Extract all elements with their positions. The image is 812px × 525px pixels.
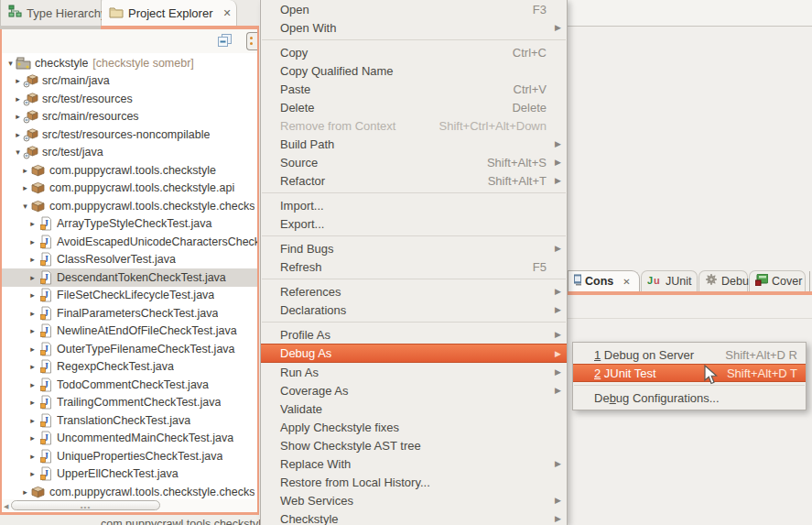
chevron-right-icon[interactable]: ▸	[20, 487, 30, 497]
menu-item-profile-as[interactable]: Profile As▶	[261, 325, 567, 344]
chevron-right-icon[interactable]: ▸	[13, 76, 23, 85]
chevron-right-icon[interactable]: ▸	[27, 219, 38, 228]
view-tab-debu[interactable]: Debu	[698, 270, 748, 291]
menu-item-apply-checkstyle-fixes[interactable]: Apply Checkstyle fixes	[261, 418, 567, 436]
menu-item-copy[interactable]: CopyCtrl+C	[261, 43, 567, 61]
chevron-right-icon[interactable]: ▸	[27, 433, 38, 443]
chevron-right-icon[interactable]: ▸	[20, 166, 30, 175]
submenu-item-2-junit-test[interactable]: 2 JUnit TestShift+Alt+D T	[573, 364, 806, 382]
menu-item-open[interactable]: OpenF3	[261, 0, 567, 18]
src-icon	[23, 73, 38, 88]
submenu-item-1-debug-on-server[interactable]: 1 Debug on ServerShift+Alt+D R	[573, 345, 806, 364]
view-tab-cover[interactable]: Cover	[749, 270, 806, 291]
tree-item[interactable]: ▸JUniquePropertiesCheckTest.java	[2, 447, 257, 465]
tree-item[interactable]: ▾src/test/java	[2, 144, 257, 162]
tree-item[interactable]: ▸com.puppycrawl.tools.checkstyle.api	[2, 180, 257, 198]
menu-item-export[interactable]: Export...	[261, 214, 567, 233]
menu-item-web-services[interactable]: Web Services▶	[261, 491, 567, 509]
chevron-right-icon[interactable]: ▸	[27, 309, 38, 318]
chevron-right-icon[interactable]: ▸	[13, 112, 23, 121]
view-tab-label: JUnit	[666, 275, 691, 288]
tree-item[interactable]: ▸JTodoCommentCheckTest.java	[2, 376, 257, 394]
menu-item-replace-with[interactable]: Replace With▶	[261, 454, 567, 473]
menu-item-find-bugs[interactable]: Find Bugs▶	[261, 239, 567, 257]
chevron-right-icon[interactable]: ▸	[27, 380, 38, 389]
tree-item[interactable]: ▸src/test/resources-noncompilable	[2, 126, 257, 144]
tree-item[interactable]: ▸JUpperEllCheckTest.java	[2, 465, 257, 484]
tree-item[interactable]: ▸JOuterTypeFilenameCheckTest.java	[2, 340, 257, 358]
menu-item-label: Source	[280, 156, 318, 170]
menu-item-label: References	[280, 285, 341, 299]
menu-item-build-path[interactable]: Build Path▶	[261, 135, 567, 153]
tree-item[interactable]: ▸JTrailingCommentCheckTest.java	[2, 394, 257, 412]
menu-item-restore-from-local-history[interactable]: Restore from Local History...	[261, 473, 567, 491]
tree-item[interactable]: ▸JArrayTypeStyleCheckTest.java	[2, 215, 257, 234]
tree-item[interactable]: ▸JRegexpCheckTest.java	[2, 358, 257, 377]
chevron-right-icon[interactable]: ▸	[27, 237, 38, 246]
menu-item-debug-as[interactable]: Debug As▶	[261, 344, 567, 363]
menu-item-copy-qualified-name[interactable]: Copy Qualified Name	[261, 61, 567, 80]
chevron-right-icon[interactable]: ▸	[27, 326, 38, 335]
chevron-right-icon[interactable]: ▸	[27, 345, 38, 354]
chevron-down-icon[interactable]: ▾	[13, 148, 23, 157]
submenu-item-debug-configurations[interactable]: Debug Configurations...	[573, 388, 806, 407]
close-icon[interactable]: ✕	[222, 7, 231, 19]
collapse-all-icon[interactable]	[216, 33, 233, 49]
menu-item-label: Coverage As	[280, 384, 348, 398]
chevron-right-icon[interactable]: ▸	[27, 273, 38, 282]
chevron-right-icon[interactable]: ▸	[27, 362, 38, 371]
menu-item-refactor[interactable]: RefactorShift+Alt+T▶	[261, 171, 567, 190]
chevron-right-icon[interactable]: ▸	[27, 452, 38, 461]
tree-item[interactable]: ▸com.puppycrawl.tools.checkstyle.checks	[2, 483, 257, 499]
tree-item[interactable]: ▸src/test/resources	[2, 90, 257, 108]
tree-item[interactable]: ▸src/main/resources	[2, 108, 257, 126]
tree-item[interactable]: ▸JAvoidEscapedUnicodeCharactersCheckTest…	[2, 233, 257, 251]
tree-item[interactable]: ▸JDescendantTokenCheckTest.java	[2, 268, 257, 287]
tree-item[interactable]: ▸com.puppycrawl.tools.checkstyle	[2, 161, 257, 180]
tree-item[interactable]: ▸JClassResolverTest.java	[2, 251, 257, 269]
tree-item[interactable]: ▸JNewlineAtEndOfFileCheckTest.java	[2, 323, 257, 341]
view-tab-cons[interactable]: Cons✕	[568, 270, 640, 291]
package-icon	[30, 180, 46, 195]
menu-item-refresh[interactable]: RefreshF5	[261, 257, 567, 276]
chevron-right-icon[interactable]: ▸	[13, 94, 23, 104]
chevron-right-icon[interactable]: ▸	[27, 416, 38, 425]
chevron-right-icon[interactable]: ▸	[27, 290, 38, 300]
tree-item[interactable]: ▸JUncommentedMainCheckTest.java	[2, 430, 257, 448]
chevron-down-icon[interactable]: ▾	[20, 202, 30, 211]
menu-item-paste[interactable]: PasteCtrl+V	[261, 80, 567, 98]
tree-item-label: UncommentedMainCheckTest.java	[57, 432, 233, 444]
scroll-left-icon[interactable]: ◀	[4, 503, 8, 510]
tree-item[interactable]: ▸src/main/java	[2, 72, 257, 91]
chevron-right-icon[interactable]: ▸	[13, 130, 23, 139]
menu-item-source[interactable]: SourceShift+Alt+S▶	[261, 153, 567, 171]
menu-item-references[interactable]: References▶	[261, 282, 567, 301]
horizontal-scrollbar[interactable]: ◀ •••	[2, 499, 257, 512]
view-tab-junit[interactable]: JuJUnit	[641, 270, 698, 291]
menu-item-checkstyle[interactable]: Checkstyle▶	[261, 509, 567, 525]
tree-item[interactable]: ▾checkstyle[checkstyle somebr]	[2, 54, 257, 72]
menu-item-show-checkstyle-ast-tree[interactable]: Show Checkstyle AST tree	[261, 436, 567, 454]
close-icon[interactable]: ✕	[623, 277, 630, 287]
tab-type-hierarchy[interactable]: Type Hierarchy	[1, 0, 102, 26]
menu-item-coverage-as[interactable]: Coverage As▶	[261, 381, 567, 399]
tree-item[interactable]: ▸JFinalParametersCheckTest.java	[2, 304, 257, 323]
chevron-down-icon[interactable]: ▾	[5, 59, 16, 68]
menu-item-declarations[interactable]: Declarations▶	[261, 301, 567, 319]
chevron-right-icon[interactable]: ▸	[20, 183, 30, 192]
tree-item[interactable]: ▸JTranslationCheckTest.java	[2, 411, 257, 430]
menu-item-validate[interactable]: Validate	[261, 399, 567, 418]
menu-item-delete[interactable]: DeleteDelete	[261, 98, 567, 116]
tree-item[interactable]: ▾com.puppycrawl.tools.checkstyle.checks	[2, 197, 257, 215]
menu-item-open-with[interactable]: Open With▶	[261, 18, 567, 37]
menu-item-import[interactable]: Import...	[261, 196, 567, 214]
chevron-right-icon[interactable]: ▸	[27, 469, 38, 478]
menu-item-run-as[interactable]: Run As▶	[261, 363, 567, 381]
chevron-right-icon[interactable]: ▸	[27, 255, 38, 264]
view-menu-button[interactable]	[246, 32, 257, 50]
scrollbar-thumb[interactable]: •••	[11, 500, 160, 510]
tree-item[interactable]: ▸JFileSetCheckLifecycleTest.java	[2, 287, 257, 305]
menu-item-label: Run As	[280, 366, 319, 379]
chevron-right-icon[interactable]: ▸	[27, 398, 38, 407]
tab-project-explorer[interactable]: Project Explorer ✕	[102, 0, 237, 26]
